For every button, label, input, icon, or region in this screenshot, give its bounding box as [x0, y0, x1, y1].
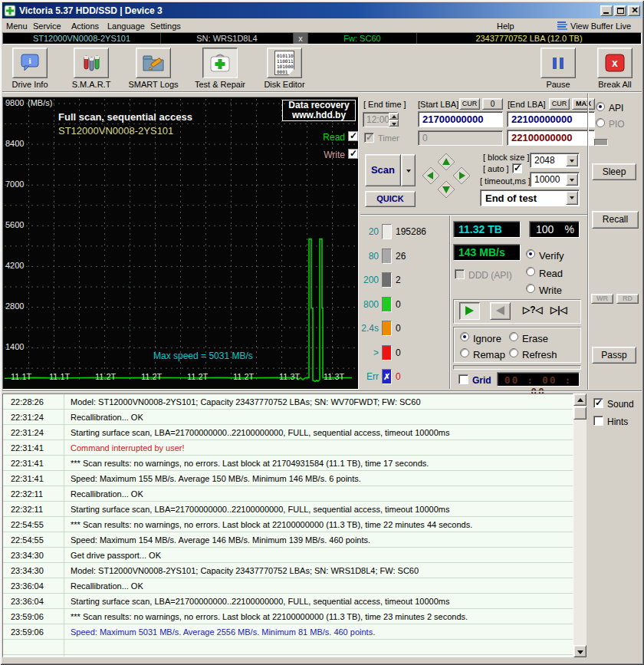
menu-item-actions[interactable]: Actions — [71, 21, 99, 32]
toolbar-label: Pause — [529, 80, 587, 89]
read-radio[interactable] — [526, 267, 535, 276]
block-size-label: [ block size ] — [483, 153, 530, 162]
end-lba-field[interactable]: 22100000000 — [507, 111, 595, 127]
break-x-icon: x — [605, 54, 625, 72]
sound-checkbox[interactable] — [593, 398, 603, 408]
menu-item-menu[interactable]: Menu — [6, 21, 28, 32]
log-scrollbar[interactable] — [573, 393, 586, 657]
hist-value-1: 26 — [396, 251, 406, 262]
toolbar-label: Test & Repair — [190, 80, 250, 89]
recall-button[interactable]: Recall — [592, 211, 639, 229]
timeout-combo[interactable]: 10000 — [530, 172, 580, 187]
remap-radio[interactable] — [460, 348, 469, 357]
watermark: Data recovery www.hdd.by — [282, 100, 356, 121]
log-time: 22:31:41 — [11, 456, 58, 471]
log-time: 23:36:04 — [11, 578, 58, 594]
start-lba-field[interactable]: 21700000000 — [418, 111, 503, 127]
y-tick: 4200 — [5, 261, 24, 270]
timer-field[interactable]: 0 — [418, 130, 503, 146]
hints-checkbox[interactable] — [593, 416, 603, 426]
toolbar-test-repair[interactable]: Test & Repair — [190, 48, 250, 89]
maximize-button[interactable] — [614, 5, 626, 16]
panel-divider — [449, 216, 451, 389]
watermark-line2: www.hdd.by — [283, 110, 355, 120]
scroll-down-button[interactable] — [573, 645, 586, 657]
end-lba-cur-button[interactable]: CUR — [549, 98, 570, 110]
view-buffer-live[interactable]: View Buffer Live — [570, 21, 631, 32]
log-row-13: 23:36:04Starting surface scan, LBA=21700… — [3, 594, 573, 609]
end-lba-field-2[interactable]: 22100000000 — [507, 130, 595, 146]
end-lba-max-button[interactable]: MAX — [572, 98, 595, 110]
log-row-9: 22:54:55Speed: Maximum 154 MB/s. Average… — [3, 532, 573, 548]
block-size-value: 2048 — [534, 155, 555, 166]
end-time-spinner[interactable] — [389, 113, 399, 127]
scrollbar-thumb[interactable] — [573, 407, 586, 420]
close-button[interactable]: ✕ — [628, 5, 640, 16]
dpad[interactable] — [420, 151, 472, 202]
write-checkbox[interactable] — [348, 149, 358, 159]
scan-dropdown-button[interactable] — [401, 154, 416, 186]
end-lba-label: [End LBA] — [508, 100, 546, 109]
auto-checkbox[interactable] — [512, 163, 522, 173]
quick-button[interactable]: QUICK — [365, 191, 416, 207]
menu-item-language[interactable]: Language — [107, 21, 145, 32]
back-button[interactable] — [490, 302, 511, 320]
y-tick: 8400 — [5, 139, 24, 148]
drive-info-icon: i — [19, 53, 41, 73]
log-row-1: 22:31:24Recallibration... OK — [3, 410, 573, 425]
refresh-radio[interactable] — [509, 348, 518, 357]
toolbar-disk-editor[interactable]: 010110 110011 101000 0001 Disk Editor — [255, 48, 314, 89]
ddd-checkbox[interactable] — [455, 269, 465, 279]
folder-pencil-icon — [142, 53, 165, 73]
api-radio[interactable] — [596, 102, 605, 111]
x-tick: 11.2T — [141, 372, 162, 381]
toolbar-smart[interactable]: S.M.A.R.T — [61, 48, 121, 89]
wr-button[interactable]: WR — [591, 294, 613, 304]
log-text: *** Scan results: no warnings, no errors… — [71, 517, 472, 532]
grid-checkbox[interactable] — [458, 374, 468, 384]
pio-label: PIO — [609, 119, 625, 130]
passp-button[interactable]: Passp — [592, 347, 636, 364]
sleep-button[interactable]: Sleep — [592, 163, 636, 180]
timeout-label: [ timeout,ms ] — [480, 176, 531, 186]
timer-checkbox[interactable] — [364, 133, 374, 143]
seek-question-button[interactable]: ▷?◁ — [523, 305, 543, 315]
play-button[interactable] — [459, 302, 480, 320]
menu-item-service[interactable]: Service — [33, 21, 61, 32]
log-row-8: 22:54:55*** Scan results: no warnings, n… — [3, 517, 573, 532]
toolbar-smart-logs[interactable]: SMART Logs — [123, 48, 183, 89]
scroll-up-button[interactable] — [573, 393, 586, 406]
first-aid-cross-icon — [209, 52, 232, 74]
buffer-list-icon — [557, 21, 567, 30]
end-action-combo[interactable]: End of test — [480, 189, 580, 206]
start-lba-zero-button[interactable]: 0 — [482, 98, 503, 110]
log-row-5: 22:31:41Speed: Maximum 155 MB/s. Average… — [3, 471, 573, 486]
block-size-combo[interactable]: 2048 — [530, 153, 580, 168]
y-tick: 9800 — [5, 98, 24, 107]
menu-item-settings[interactable]: Settings — [150, 21, 181, 32]
skip-to-end-button[interactable]: ▷|◁ — [550, 305, 567, 315]
hist-value-6: 0 — [396, 371, 401, 382]
menu-item-help[interactable]: Help — [497, 21, 514, 32]
write-radio[interactable] — [526, 284, 535, 293]
scan-button[interactable]: Scan — [365, 154, 401, 186]
x-tick: 11.3T — [279, 372, 300, 381]
verify-radio[interactable] — [526, 249, 535, 258]
toolbar-break-all[interactable]: x Break All — [587, 48, 642, 89]
minimize-button[interactable] — [600, 5, 613, 16]
toolbar-separator — [2, 91, 642, 93]
device-tab-close[interactable]: x — [294, 33, 308, 44]
start-lba-cur-button[interactable]: CUR — [459, 98, 480, 110]
spinner-up-icon — [392, 115, 396, 118]
toolbar-drive-info[interactable]: i Drive Info — [0, 48, 60, 89]
play-icon — [465, 306, 474, 315]
log-time: 22:32:11 — [11, 502, 58, 517]
chevron-down-icon — [406, 170, 411, 173]
rd-button[interactable]: RD — [616, 294, 639, 304]
ignore-radio[interactable] — [460, 332, 469, 341]
erase-radio[interactable] — [509, 332, 518, 341]
pio-radio[interactable] — [596, 118, 605, 127]
verify-label: Verify — [539, 250, 564, 262]
toolbar-pause[interactable]: Pause — [529, 48, 587, 89]
read-checkbox[interactable] — [348, 131, 358, 141]
